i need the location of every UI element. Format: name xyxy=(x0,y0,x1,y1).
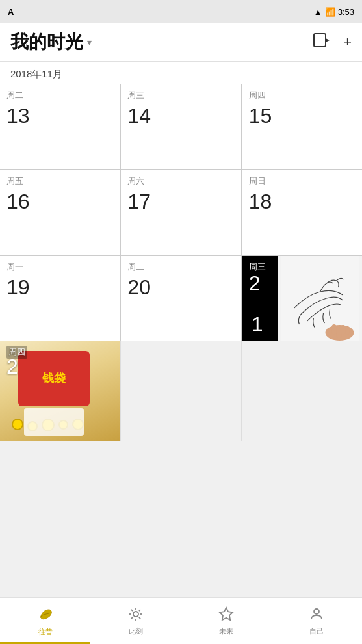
app-header: 我的时光 ▾ + xyxy=(0,23,362,62)
day-number: 15 xyxy=(249,104,356,128)
day-number: 14 xyxy=(127,104,234,128)
calendar-rows: 周二 13 周三 14 周四 15 周五 16 周六 1 xyxy=(0,84,362,341)
nav-label-past: 往昔 xyxy=(38,627,53,637)
svg-rect-6 xyxy=(341,325,345,335)
add-button[interactable]: + xyxy=(343,34,352,51)
svg-rect-0 xyxy=(314,34,326,47)
nav-item-now[interactable]: 此刻 xyxy=(90,606,181,636)
weekday-label: 周一 xyxy=(6,261,113,273)
svg-rect-7 xyxy=(345,326,349,335)
day-number: 18 xyxy=(249,190,356,214)
calendar-cell-17[interactable]: 周六 17 xyxy=(121,170,240,255)
svg-marker-17 xyxy=(220,608,233,620)
calendar-cell-16[interactable]: 周五 16 xyxy=(0,170,120,255)
weekday-label: 周六 xyxy=(127,175,234,187)
calendar-cell-13[interactable]: 周二 13 xyxy=(0,84,120,169)
content-area[interactable]: 我的时光 ▾ + 2018年11月 周二 13 xyxy=(0,23,362,597)
calendar-cell-21[interactable]: 周三 21 1 xyxy=(242,256,362,341)
calendar-cell-20[interactable]: 周二 20 xyxy=(121,256,240,341)
calendar-cell-empty-1 xyxy=(121,341,240,441)
bottom-nav: 往昔 此刻 未来 xyxy=(0,597,362,644)
person-icon xyxy=(309,606,324,625)
day-number: 20 xyxy=(127,276,234,300)
svg-line-13 xyxy=(131,609,133,610)
svg-point-18 xyxy=(314,609,319,614)
status-bar: A ▲ 📶 3:53 xyxy=(0,0,362,23)
svg-point-8 xyxy=(133,612,138,617)
nav-item-future[interactable]: 未来 xyxy=(181,606,272,636)
day-number: 13 xyxy=(6,104,113,128)
day-number: 2 xyxy=(6,355,18,379)
weekday-label: 周二 xyxy=(127,261,234,273)
dropdown-arrow-icon[interactable]: ▾ xyxy=(87,37,92,47)
app-icon: A xyxy=(8,7,14,17)
nav-item-self[interactable]: 自己 xyxy=(272,606,362,636)
day-number: 19 xyxy=(6,276,113,300)
partial-calendar-row: 钱袋 xyxy=(0,341,362,441)
star-icon xyxy=(218,606,234,625)
svg-line-16 xyxy=(139,609,140,610)
banana-icon xyxy=(37,606,54,625)
weekday-label: 周五 xyxy=(6,175,113,187)
calendar-cell-15[interactable]: 周四 15 xyxy=(242,84,362,169)
nav-label-now: 此刻 xyxy=(129,626,143,636)
svg-marker-1 xyxy=(326,38,330,42)
nav-label-self: 自己 xyxy=(309,626,324,636)
day-number: 16 xyxy=(6,190,113,214)
calendar-cell-19[interactable]: 周一 19 xyxy=(0,256,120,341)
calendar-cell-22[interactable]: 钱袋 xyxy=(0,341,120,441)
weekday-label: 周二 xyxy=(6,90,113,101)
app-title: 我的时光 xyxy=(10,30,83,55)
calendar-grid: 周二 13 周三 14 周四 15 周五 16 周六 1 xyxy=(0,84,362,441)
calendar-cell-14[interactable]: 周三 14 xyxy=(121,84,240,169)
nav-item-past[interactable]: 往昔 xyxy=(0,606,90,637)
time: 3:53 xyxy=(338,7,354,17)
video-icon[interactable] xyxy=(313,33,330,51)
header-actions: + xyxy=(313,33,352,51)
wifi-icon: ▲ xyxy=(314,7,322,17)
svg-line-15 xyxy=(131,617,133,618)
svg-rect-5 xyxy=(331,324,336,335)
calendar-cell-empty-2 xyxy=(242,341,362,441)
nav-label-future: 未来 xyxy=(219,626,233,636)
day-number: 17 xyxy=(127,190,234,214)
weekday-label: 周四 xyxy=(249,90,356,101)
title-area[interactable]: 我的时光 ▾ xyxy=(10,30,92,55)
weekday-label: 周三 xyxy=(127,90,234,101)
svg-rect-4 xyxy=(336,326,341,338)
signal-icon: 📶 xyxy=(325,7,335,17)
sun-icon xyxy=(128,606,144,625)
svg-line-14 xyxy=(139,617,140,618)
status-bar-right: ▲ 📶 3:53 xyxy=(314,7,354,17)
weekday-label: 周日 xyxy=(249,175,356,187)
month-label: 2018年11月 xyxy=(0,62,362,84)
day-number: 21 xyxy=(249,272,261,296)
calendar-cell-18[interactable]: 周日 18 xyxy=(242,170,362,255)
